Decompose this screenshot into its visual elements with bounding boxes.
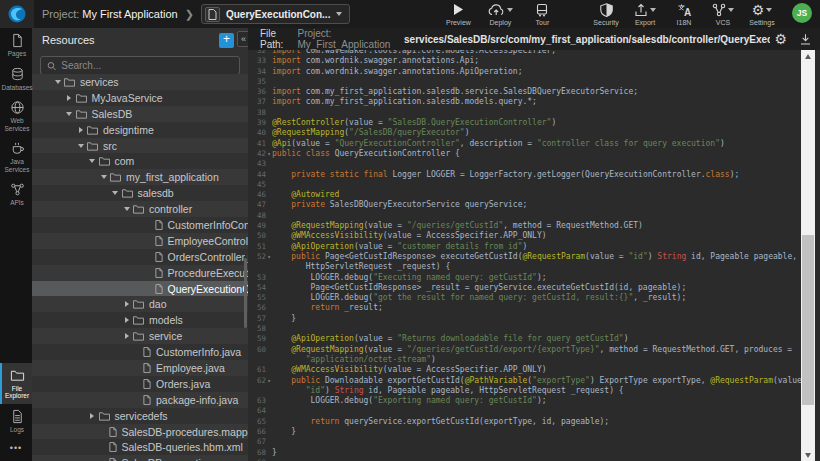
code-line-41[interactable]: 41@Api(value = "QueryExecutionController… bbox=[248, 139, 801, 149]
code-line-36[interactable]: 36import com.my_first_application.salesd… bbox=[248, 87, 801, 97]
code-line-40[interactable]: 40@RequestMapping("/SalesDB/queryExecuto… bbox=[248, 128, 801, 138]
add-resource-button[interactable]: + bbox=[219, 33, 234, 48]
tree-file-Employee.java[interactable]: Employee.java bbox=[32, 360, 248, 376]
code-line-45[interactable]: 45 bbox=[248, 180, 801, 190]
tree-file-EmployeeController.java[interactable]: EmployeeController.java bbox=[32, 233, 248, 249]
export-button[interactable]: Export bbox=[632, 3, 658, 26]
code-line-42[interactable]: 42▾public class QueryExecutionController… bbox=[248, 149, 801, 159]
tree-folder-designtime[interactable]: designtime bbox=[32, 122, 248, 138]
editor-settings-gear-icon[interactable]: ⚙ bbox=[774, 32, 787, 46]
tree-folder-com[interactable]: com bbox=[32, 153, 248, 169]
expanded-arrow-icon[interactable] bbox=[122, 207, 131, 211]
code-line-39[interactable]: 39@RestController(value = "SalesDB.Query… bbox=[248, 118, 801, 128]
sidebar-item-file-explorer[interactable]: File Explorer bbox=[0, 363, 32, 404]
collapse-panel-button[interactable]: « bbox=[237, 31, 248, 47]
tree-folder-servicedefs[interactable]: servicedefs bbox=[32, 408, 248, 424]
code-line-44[interactable]: 44 private static final Logger LOGGER = … bbox=[248, 170, 801, 180]
tree-file-OrdersController.java[interactable]: OrdersController.java bbox=[32, 249, 248, 265]
code-line-48[interactable]: 48 bbox=[248, 211, 801, 221]
expanded-arrow-icon[interactable] bbox=[88, 159, 97, 163]
tour-button[interactable]: Tour bbox=[529, 3, 555, 26]
sidebar-item-databases[interactable]: Databases bbox=[0, 62, 32, 96]
expanded-arrow-icon[interactable] bbox=[99, 175, 108, 179]
tree-file-package-info.java[interactable]: package-info.java bbox=[32, 392, 248, 408]
code-line-54[interactable]: 54 Page<GetCustIdResponse> _result = que… bbox=[248, 283, 801, 293]
editor-scrollbar[interactable] bbox=[801, 50, 815, 461]
code-line-68[interactable]: 68} bbox=[248, 448, 801, 458]
more-options-button[interactable]: ••• bbox=[0, 437, 32, 459]
tree-file-SalesDB-queries.hbm.xml[interactable]: SalesDB-queries.hbm.xml bbox=[32, 439, 248, 455]
code-editor[interactable]: 32import com.wavemaker.tools.api.core.mo… bbox=[248, 50, 820, 461]
tree-folder-my_first_application[interactable]: my_first_application bbox=[32, 169, 248, 185]
code-line-49[interactable]: 49 @RequestMapping(value = "/queries/get… bbox=[248, 221, 801, 231]
sidebar-item-pages[interactable]: Pages bbox=[0, 28, 32, 62]
collapsed-arrow-icon[interactable] bbox=[88, 413, 97, 419]
tree-file-Orders.java[interactable]: Orders.java bbox=[32, 376, 248, 392]
code-line-50[interactable]: 50 @WMAccessVisibility(value = AccessSpe… bbox=[248, 231, 801, 241]
code-line-53[interactable]: 53 LOGGER.debug("Executing named query: … bbox=[248, 273, 801, 283]
code-line-52[interactable]: 52▾ public Page<GetCustIdResponse> execu… bbox=[248, 252, 801, 262]
code-line-35[interactable]: 35 bbox=[248, 77, 801, 87]
code-line-38[interactable]: 38 bbox=[248, 108, 801, 118]
collapsed-arrow-icon[interactable] bbox=[122, 317, 131, 323]
code-line-64[interactable]: 64 bbox=[248, 406, 801, 416]
preview-button[interactable]: Preview bbox=[445, 3, 471, 26]
code-line-60[interactable]: 60 @RequestMapping(value = "/queries/get… bbox=[248, 345, 801, 355]
collapsed-arrow-icon[interactable] bbox=[122, 301, 131, 307]
tree-folder-controller[interactable]: controller bbox=[32, 201, 248, 217]
tree-file-ProcedureExecutionController.java[interactable]: ProcedureExecutionController.java bbox=[32, 265, 248, 281]
code-line-51[interactable]: 51 @ApiOperation(value = "customer detai… bbox=[248, 242, 801, 252]
code-line-63[interactable]: 63 LOGGER.debug("Exporting named query: … bbox=[248, 396, 801, 406]
code-line-wrap[interactable]: "id") String id, Pageable pageable, Http… bbox=[248, 386, 801, 396]
tree-folder-salesdb[interactable]: salesdb bbox=[32, 185, 248, 201]
code-line-37[interactable]: 37import com.my_first_application.salesd… bbox=[248, 97, 801, 107]
tree-folder-src[interactable]: src bbox=[32, 138, 248, 154]
collapsed-arrow-icon[interactable] bbox=[76, 127, 85, 133]
security-button[interactable]: Security bbox=[593, 3, 619, 26]
tree-folder-models[interactable]: models bbox=[32, 312, 248, 328]
code-line-34[interactable]: 34import com.wordnik.swagger.annotations… bbox=[248, 67, 801, 77]
code-line-57[interactable]: 57 } bbox=[248, 314, 801, 324]
i18n-button[interactable]: A I18N bbox=[671, 3, 697, 26]
code-line-47[interactable]: 47 private SalesDBQueryExecutorService q… bbox=[248, 200, 801, 210]
wavemaker-logo[interactable] bbox=[0, 0, 34, 28]
tree-folder-SalesDB[interactable]: SalesDB bbox=[32, 106, 248, 122]
expanded-arrow-icon[interactable] bbox=[111, 191, 120, 195]
editor-scrollbar-thumb[interactable] bbox=[802, 235, 814, 405]
settings-button[interactable]: ⚙ Settings bbox=[749, 3, 775, 26]
tree-file-CustomerInfoController.java[interactable]: CustomerInfoController.java bbox=[32, 217, 248, 233]
tree-file-QueryExecutionController.java[interactable]: QueryExecutionController.java bbox=[32, 281, 248, 297]
project-name[interactable]: My First Application bbox=[82, 8, 177, 20]
tree-file-SalesDB-procedures.mappings.json[interactable]: SalesDB-procedures.mappings.json bbox=[32, 424, 248, 440]
code-line-wrap[interactable]: "application/octet-stream") bbox=[248, 355, 801, 365]
expanded-arrow-icon[interactable] bbox=[65, 112, 74, 116]
code-line-33[interactable]: 33import com.wordnik.swagger.annotations… bbox=[248, 56, 801, 66]
tree-folder-services[interactable]: services bbox=[32, 74, 248, 90]
sidebar-item-logs[interactable]: Logs bbox=[0, 404, 32, 438]
code-line-wrap[interactable]: HttpServletRequest _request) { bbox=[248, 262, 801, 272]
vcs-button[interactable]: VCS bbox=[710, 3, 736, 26]
tree-scrollbar-thumb[interactable] bbox=[244, 258, 247, 328]
tree-folder-dao[interactable]: dao bbox=[32, 296, 248, 312]
collapsed-arrow-icon[interactable] bbox=[122, 333, 131, 339]
code-line-65[interactable]: 65 return queryService.exportGetCustId(e… bbox=[248, 417, 801, 427]
code-line-66[interactable]: 66 } bbox=[248, 427, 801, 437]
code-line-56[interactable]: 56 return _result; bbox=[248, 303, 801, 313]
tab-chevron-down-icon[interactable] bbox=[336, 12, 342, 16]
code-line-55[interactable]: 55 LOGGER.debug("got the result for name… bbox=[248, 293, 801, 303]
code-line-62[interactable]: 62▾ public Downloadable exportGetCustId(… bbox=[248, 376, 801, 386]
sidebar-item-apis[interactable]: APIs bbox=[0, 177, 32, 211]
collapsed-arrow-icon[interactable] bbox=[65, 95, 74, 101]
code-line-43[interactable]: 43 bbox=[248, 159, 801, 169]
code-line-58[interactable]: 58 bbox=[248, 324, 801, 334]
expanded-arrow-icon[interactable] bbox=[53, 80, 62, 84]
user-avatar[interactable]: JS bbox=[792, 3, 812, 23]
sidebar-item-web-services[interactable]: Web Services bbox=[0, 95, 32, 136]
code-line-67[interactable]: 67 bbox=[248, 437, 801, 447]
scroll-down-arrow[interactable] bbox=[801, 449, 815, 461]
expanded-arrow-icon[interactable] bbox=[76, 144, 85, 148]
tree-folder-service[interactable]: service bbox=[32, 328, 248, 344]
tree-file-SalesDB.properties[interactable]: SalesDB.properties bbox=[32, 455, 248, 461]
tree-file-CustomerInfo.java[interactable]: CustomerInfo.java bbox=[32, 344, 248, 360]
scroll-up-arrow[interactable] bbox=[801, 50, 815, 62]
